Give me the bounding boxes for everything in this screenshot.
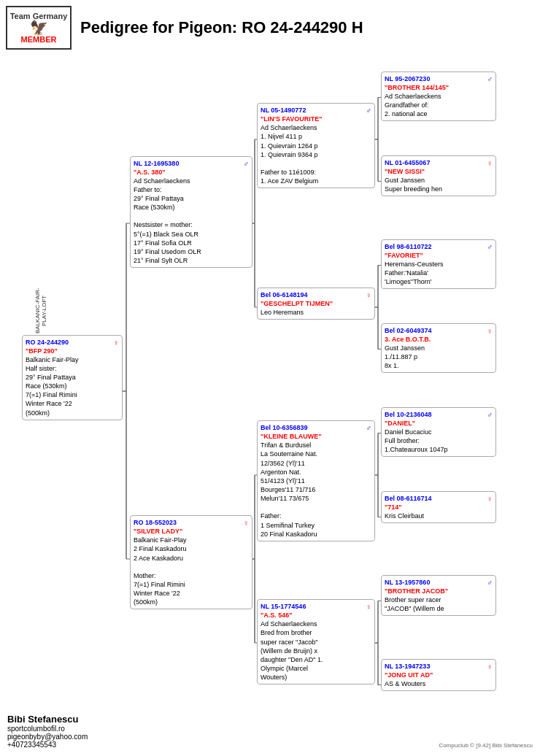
page-title: Pedigree for Pigeon: RO 24-244290 H (80, 18, 363, 37)
loft-name: Balkanic Fair-Play (134, 536, 249, 544)
pedigree-card: ♂NL 12-1695380"A.S. 380"Ad Schaerlaecken… (130, 156, 252, 269)
pigeon-name: "BROTHER JACOB" (385, 587, 493, 595)
pigeon-info: La Souterraine Nat. 12/3562 (Yl)'11 Arge… (261, 450, 371, 538)
footer-line2: pigeonbyby@yahoo.com (7, 733, 88, 741)
pigeon-name: 3. Ace B.O.T.B. (385, 335, 493, 344)
pigeon-name: "FAVORIET" (385, 251, 493, 260)
footer: Bibi Stefanescu sportcolumbofil.ro pigeo… (7, 714, 88, 749)
ring-number: Bel 98-6110722 (385, 242, 493, 251)
pigeon-info: Super breeding hen (385, 185, 493, 193)
pigeon-info: Brother super racer "JACOB" (Willem de (385, 595, 493, 613)
pigeon-name: "KLEINE BLAUWE" (261, 432, 371, 441)
pigeon-info: Grandfather of: 2. national ace (385, 101, 493, 118)
loft-name: Balkanic Fair-Play (26, 355, 119, 364)
badge-member: MEMBER (21, 35, 57, 44)
footer-name: Bibi Stefanescu (7, 714, 88, 725)
pedigree-card: ♂Bel 10-2136048"DANIEL"Daniel BucaciucFu… (381, 407, 496, 458)
pedigree-card: ♀Bel 02-60493743. Ace B.O.T.B.Gust Janss… (381, 323, 496, 374)
eagle-icon: 🦅 (30, 20, 48, 35)
ring-number: Bel 10-6356839 (261, 423, 371, 432)
ring-number: NL 01-6455067 (385, 158, 493, 167)
footer-right: Compuclub © [9.42] Bibi Stefanescu (439, 742, 533, 749)
pedigree-card: ♀NL 15-1774546"A.S. 546"Ad Schaerlaecken… (257, 599, 375, 684)
loft-name: Leo Heremans (261, 308, 371, 317)
pedigree-card: ♂NL 95-2067230"BROTHER 144/145"Ad Schaer… (381, 72, 496, 122)
ring-number: NL 95-2067230 (385, 74, 493, 83)
ring-number: NL 13-1947233 (385, 662, 493, 671)
loft-name: Ad Schaerlaeckens (261, 123, 371, 132)
pigeon-name: "DANIEL" (385, 419, 493, 428)
ring-number: Bel 06-6148194 (261, 290, 371, 299)
pigeon-info: Father:'Natalia' 'Limoges''Thorn' (385, 269, 493, 286)
loft-name: Ad Schaerlaeckens (385, 92, 493, 101)
pedigree-card: ♀Bel 08-6116714"714"Kris Cleirbaut (381, 491, 496, 523)
page: Team Germany 🦅 MEMBER Pedigree for Pigeo… (0, 0, 540, 756)
pigeon-info: 1./11.887 p 8x 1. (385, 352, 493, 370)
pigeon-name: "SILVER LADY" (134, 527, 249, 536)
loft-name: Trifan & Burdusel (261, 441, 371, 450)
pedigree-card: ♀RO 18-552023"SILVER LADY"Balkanic Fair-… (130, 515, 252, 609)
pedigree-card: ♀NL 13-1947233"JONG UIT AD"AS & Wouters (381, 659, 496, 691)
ring-number: NL 12-1695380 (134, 159, 249, 168)
ring-number: NL 05-1490772 (261, 106, 371, 115)
pigeon-name: "BFP 290" (26, 347, 119, 355)
pigeon-name: "NEW SISSI" (385, 167, 493, 176)
ring-number: RO 18-552023 (134, 518, 249, 527)
ring-number: NL 15-1774546 (261, 602, 371, 611)
ring-number: Bel 08-6116714 (385, 494, 493, 503)
loft-name: Ad Schaerlaeckens (261, 620, 371, 628)
pedigree-card: ♀Bel 06-6148194"GESCHELPT TIJMEN"Leo Her… (257, 288, 375, 320)
loft-name: Daniel Bucaciuc (385, 428, 493, 436)
pigeon-name: "A.S. 380" (134, 168, 249, 177)
pigeon-info: Bred from brother super racer "Jacob" (W… (261, 628, 371, 682)
pedigree-card: ♀NL 01-6455067"NEW SISSI"Gust JanssenSup… (381, 155, 496, 197)
loft-name: AS & Wouters (385, 679, 493, 688)
pigeon-info: 2 Final Kaskadoru 2 Ace Kaskadoru Mother… (134, 544, 249, 606)
pigeon-info: 1. Nijvel 411 p 1. Quievrain 1264 p 1. Q… (261, 132, 371, 185)
pedigree-card: ♂NL 05-1490772"LIN'S FAVOURITE"Ad Schaer… (257, 103, 375, 188)
pigeon-name: "BROTHER 144/145" (385, 83, 493, 92)
pigeon-name: "GESCHELPT TIJMEN" (261, 299, 371, 308)
pigeon-name: "LIN'S FAVOURITE" (261, 115, 371, 123)
ring-number: Bel 10-2136048 (385, 410, 493, 419)
ring-number: Bel 02-6049374 (385, 326, 493, 335)
pigeon-info: Father to: 29° Final Pattaya Race (530km… (134, 185, 249, 265)
loft-name: Gust Janssen (385, 344, 493, 352)
ring-number: RO 24-244290 (26, 338, 119, 347)
loft-name: Kris Cleirbaut (385, 512, 493, 520)
pigeon-info: Full brother: 1.Chateauroux 1047p (385, 436, 493, 454)
footer-line1: sportcolumbofil.ro (7, 725, 88, 733)
pigeon-info: Half sister: 29° Final Pattaya Race (530… (26, 364, 119, 417)
pigeon-name: "JONG UIT AD" (385, 671, 493, 679)
loft-name: Ad Schaerlaeckens (134, 177, 249, 185)
footer-line3: +40723345543 (7, 741, 88, 749)
loft-name: Heremans-Ceusters (385, 260, 493, 269)
pigeon-name: "A.S. 546" (261, 611, 371, 620)
pedigree-card: ♂Bel 10-6356839"KLEINE BLAUWE"Trifan & B… (257, 420, 375, 541)
pedigree-card: ♂Bel 98-6110722"FAVORIET"Heremans-Ceuste… (381, 239, 496, 290)
header: Team Germany 🦅 MEMBER Pedigree for Pigeo… (6, 6, 534, 50)
ring-number: NL 13-1957860 (385, 578, 493, 587)
pedigree-card: ♀RO 24-244290"BFP 290"Balkanic Fair-Play… (22, 335, 123, 420)
pedigree-card: ♂NL 13-1957860"BROTHER JACOB"Brother sup… (381, 575, 496, 617)
loft-name: Gust Janssen (385, 176, 493, 185)
team-germany-badge: Team Germany 🦅 MEMBER (6, 6, 72, 50)
pigeon-name: "714" (385, 503, 493, 512)
